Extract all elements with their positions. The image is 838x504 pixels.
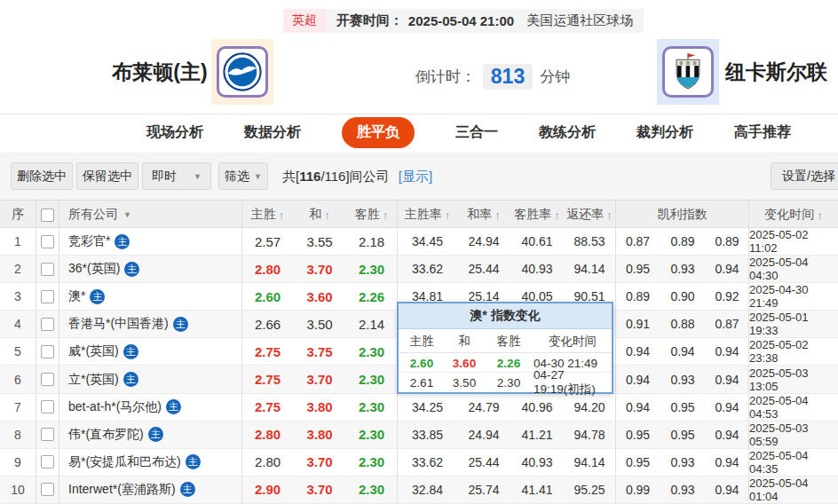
header-label: 和 [309,207,321,223]
odds-cell[interactable]: 2.30 [346,421,397,448]
sort-up-icon: ↑ [606,209,613,222]
chevron-down-icon: ▼ [194,172,202,181]
company-cell[interactable]: 香港马*(中国香港)主 [59,311,241,337]
delete-selected-button[interactable]: 删除选中 [11,162,73,190]
company-cell[interactable]: 竞彩官*主 [59,228,241,255]
odds-cell[interactable]: 2.57 [241,228,293,255]
odds-cell[interactable]: 2.80 [241,449,293,476]
popup-header: 变化时间 [534,329,612,353]
header-rate-draw[interactable]: 和率↑ [457,201,510,229]
odds-cell[interactable]: 3.70 [293,449,346,476]
header-odds-away[interactable]: 客胜↑ [346,201,397,229]
odds-cell[interactable]: 2.80 [241,256,293,282]
row-checkbox[interactable] [41,373,54,386]
row-number: 1 [0,228,36,255]
odds-cell[interactable]: 3.70 [293,256,346,282]
select-all-checkbox[interactable] [41,209,54,222]
row-checkbox[interactable] [41,428,54,441]
company-cell[interactable]: 易*(安提瓜和巴布达)主 [59,449,241,476]
table-header-row: 序 所有公司 ▼ 主胜↑ 和↑ 客胜↑ 主胜率↑ 和率↑ 客胜率↑ 返还率↑ 凯… [0,200,838,228]
odds-cell[interactable]: 2.60 [241,283,293,310]
company-cell[interactable]: 36*(英国)主 [59,256,241,282]
row-checkbox[interactable] [41,400,54,413]
tab-现场分析[interactable]: 现场分析 [146,123,203,142]
tab-胜平负[interactable]: 胜平负 [342,117,415,148]
header-company[interactable]: 所有公司 ▼ [59,201,241,229]
odds-cell[interactable]: 2.80 [241,421,293,448]
rate-cell: 34.25 [397,394,457,421]
header-seq: 序 [0,201,36,229]
rate-cell: 94.20 [564,394,615,421]
company-cell[interactable]: Interwet*(塞浦路斯)主 [59,476,241,503]
company-cell[interactable]: 伟*(直布罗陀)主 [59,421,241,448]
odds-cell[interactable]: 2.30 [346,449,397,476]
row-checkbox-cell [36,311,59,337]
row-checkbox[interactable] [41,263,54,276]
odds-cell[interactable]: 3.50 [293,311,346,337]
row-number: 8 [0,421,36,448]
company-name: 立*(英国) [68,372,119,388]
tab-教练分析[interactable]: 教练分析 [539,123,596,142]
odds-cell[interactable]: 2.30 [346,338,397,365]
tab-裁判分析[interactable]: 裁判分析 [636,123,693,142]
odds-cell[interactable]: 3.80 [293,394,346,421]
row-number: 2 [0,256,36,282]
show-link[interactable]: [显示] [399,169,432,184]
time-filter-dropdown[interactable]: 即时 ▼ [142,162,211,190]
company-cell[interactable]: 澳*主 [59,283,241,310]
company-cell[interactable]: 立*(英国)主 [59,366,241,392]
odds-cell[interactable]: 3.70 [293,476,346,503]
header-rate-away[interactable]: 客胜率↑ [510,201,564,229]
header-change-time[interactable]: 变化时间↑ [748,201,838,229]
company-cell[interactable]: 威*(英国)主 [59,338,241,365]
odds-cell[interactable]: 3.80 [293,421,346,448]
row-number: 3 [0,283,36,310]
change-time-cell: 2025-05-04 04:30 [748,256,838,282]
rate-cell: 94.14 [564,449,615,476]
filter-dropdown[interactable]: 筛选 ▼ [218,162,268,190]
odds-cell[interactable]: 3.70 [293,366,346,392]
row-checkbox[interactable] [41,455,54,469]
row-checkbox[interactable] [41,290,54,303]
odds-cell[interactable]: 2.26 [346,283,397,310]
odds-cell[interactable]: 3.60 [293,283,346,310]
odds-cell[interactable]: 2.90 [241,476,293,503]
odds-cell[interactable]: 3.55 [293,228,346,255]
odds-cell[interactable]: 2.18 [346,228,397,255]
header-odds-draw[interactable]: 和↑ [293,201,346,229]
odds-cell[interactable]: 3.75 [293,338,346,365]
odds-cell[interactable]: 2.30 [346,394,397,421]
toolbar: 删除选中 保留选中 即时 ▼ 筛选 ▼ 共[116/116]间公司 [显示] 设… [0,151,838,200]
odds-cell[interactable]: 2.14 [346,311,397,337]
odds-cell[interactable]: 2.75 [241,338,293,365]
row-checkbox[interactable] [41,318,54,331]
kelly-cell: 0.94 [706,394,748,421]
league-badge[interactable]: 英超 [283,9,326,33]
header-label: 返还率 [566,207,604,223]
company-name: 香港马*(中国香港) [68,316,169,332]
company-cell[interactable]: bet-at-h*(马尔他)主 [59,394,241,421]
header-kelly: 凯利指数 [615,201,748,229]
tab-三合一[interactable]: 三合一 [455,123,498,142]
row-checkbox[interactable] [41,235,54,248]
tab-数据分析[interactable]: 数据分析 [244,123,301,142]
header-odds-home[interactable]: 主胜↑ [241,201,293,229]
keep-selected-button[interactable]: 保留选中 [76,162,138,190]
odds-cell[interactable]: 2.30 [346,476,397,503]
table-row: 1竞彩官*主2.573.552.1834.4524.9440.6188.530.… [0,228,838,256]
rate-cell: 24.79 [457,394,510,421]
header-rate-home[interactable]: 主胜率↑ [397,201,457,229]
odds-cell[interactable]: 2.66 [241,311,293,337]
tab-高手推荐[interactable]: 高手推荐 [734,123,791,142]
header-payout[interactable]: 返还率↑ [564,201,615,229]
odds-cell[interactable]: 2.75 [241,394,293,421]
row-checkbox[interactable] [41,345,54,358]
odds-cell[interactable]: 2.30 [346,256,397,282]
odds-cell[interactable]: 2.75 [241,366,293,392]
row-number: 7 [0,394,36,421]
kelly-cell: 0.94 [706,476,748,503]
row-checkbox-cell [36,338,59,365]
odds-cell[interactable]: 2.30 [346,366,397,392]
settings-select-button[interactable]: 设置/选择 [771,162,838,190]
row-checkbox[interactable] [41,483,54,496]
